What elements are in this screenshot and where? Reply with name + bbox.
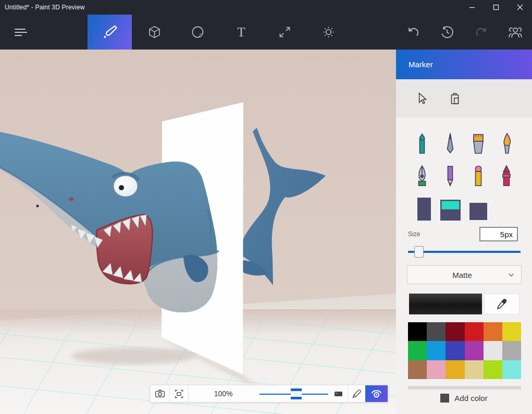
add-color-swatch-icon	[440, 394, 449, 403]
mixed-reality-button[interactable]	[348, 385, 366, 402]
select-tool-button[interactable]	[414, 91, 429, 106]
brush-crayon[interactable]	[492, 159, 521, 188]
history-clock-icon	[440, 25, 454, 40]
remix-3d-button[interactable]	[502, 15, 529, 50]
close-button[interactable]	[508, 0, 532, 15]
effects-tool-button[interactable]	[315, 15, 342, 50]
size-input[interactable]: 5px	[479, 227, 518, 241]
cursor-icon	[415, 92, 428, 105]
eyedropper-button[interactable]	[484, 294, 519, 314]
palette-swatch[interactable]	[484, 341, 502, 360]
brush-marker[interactable]	[408, 127, 436, 156]
finish-dropdown[interactable]: Matte	[407, 265, 522, 284]
redo-icon	[474, 25, 489, 40]
palette-swatch[interactable]	[427, 322, 446, 341]
menu-button[interactable]	[7, 15, 34, 50]
screenshot-button[interactable]	[151, 385, 169, 402]
undo-icon	[406, 25, 420, 40]
maximize-button[interactable]	[484, 0, 508, 15]
zoom-to-fit-button[interactable]	[170, 385, 188, 402]
app-window: Untitled* - Paint 3D Preview	[0, 0, 532, 414]
window-controls	[460, 0, 532, 15]
fit-frame-icon	[174, 388, 184, 399]
brush-eraser[interactable]	[464, 159, 492, 188]
size-slider[interactable]	[408, 246, 521, 258]
size-slider-track	[408, 251, 521, 253]
panel-toolbar	[396, 79, 532, 117]
palette-swatch[interactable]	[502, 322, 521, 341]
redo-button[interactable]	[468, 15, 495, 50]
2d-canvas-icon	[333, 389, 344, 398]
view-toolbar: 100%	[150, 385, 388, 403]
brush-pencil[interactable]	[436, 159, 464, 188]
brush-side-panel: Marker	[396, 50, 532, 414]
palette-swatch[interactable]	[465, 322, 484, 341]
canvas-viewport[interactable]: 100%	[0, 50, 396, 414]
maximize-icon	[493, 4, 499, 10]
size-value: 5px	[500, 230, 513, 239]
chevron-down-icon	[508, 271, 515, 278]
palette-swatch[interactable]	[465, 360, 484, 379]
paste-button[interactable]	[447, 91, 463, 106]
undo-button[interactable]	[400, 15, 427, 50]
people-icon	[508, 25, 523, 40]
size-label: Size	[408, 230, 420, 238]
history-button[interactable]	[434, 15, 461, 50]
palette-swatch[interactable]	[446, 360, 464, 379]
current-color-swatch[interactable]	[409, 294, 482, 314]
brush-pencil-icon	[351, 388, 362, 399]
panel-title: Marker	[409, 60, 433, 69]
brush-grid	[408, 127, 521, 221]
brushes-tool-button[interactable]	[88, 15, 132, 50]
3d-view-button[interactable]	[365, 385, 388, 402]
3d-view-eye-icon	[370, 387, 383, 400]
palette-swatch[interactable]	[484, 322, 502, 341]
3d-shapes-tool-button[interactable]	[141, 15, 168, 50]
stickers-tool-button[interactable]	[184, 15, 211, 50]
brush-pixel-pen[interactable]	[408, 159, 436, 188]
brush-oil-brush[interactable]	[464, 127, 492, 156]
add-color-button[interactable]: Add color	[396, 392, 532, 404]
palette-swatch[interactable]	[427, 360, 446, 379]
main-toolbar: T	[0, 15, 532, 50]
color-palette	[408, 322, 521, 379]
palette-swatch[interactable]	[408, 341, 427, 360]
finish-value: Matte	[407, 271, 508, 279]
2d-view-button[interactable]	[330, 385, 348, 402]
palette-scrollbar[interactable]	[408, 386, 521, 389]
brush-calligraphy-pen[interactable]	[436, 127, 464, 156]
text-tool-button[interactable]: T	[228, 15, 255, 50]
palette-swatch[interactable]	[408, 322, 427, 341]
palette-swatch[interactable]	[465, 341, 484, 360]
clipboard-paste-icon	[448, 92, 462, 105]
palette-swatch[interactable]	[408, 360, 427, 379]
window-title: Untitled* - Paint 3D Preview	[5, 4, 85, 11]
palette-swatch[interactable]	[446, 341, 464, 360]
minimize-icon	[469, 4, 475, 10]
eyedropper-icon	[496, 298, 508, 310]
add-color-label: Add color	[454, 394, 487, 403]
brush-texture[interactable]	[464, 191, 492, 221]
titlebar: Untitled* - Paint 3D Preview	[0, 0, 532, 15]
zoom-slider[interactable]	[258, 385, 330, 402]
panel-header: Marker	[396, 50, 532, 79]
brush-spray-can[interactable]	[408, 191, 436, 221]
minimize-button[interactable]	[460, 0, 484, 15]
palette-swatch[interactable]	[427, 341, 446, 360]
text-icon: T	[237, 26, 245, 39]
zoom-slider-thumb[interactable]	[291, 388, 302, 399]
brush-fill[interactable]	[436, 191, 464, 221]
sun-effects-icon	[321, 25, 336, 39]
color-row	[409, 294, 519, 314]
scene-3d-shark	[0, 50, 396, 414]
expand-canvas-icon	[278, 25, 292, 39]
camera-icon	[154, 388, 166, 399]
canvas-tool-button[interactable]	[271, 15, 298, 50]
brush-watercolor[interactable]	[492, 127, 521, 156]
palette-swatch[interactable]	[484, 360, 502, 379]
palette-swatch[interactable]	[502, 341, 521, 360]
brush-icon	[101, 23, 119, 41]
palette-swatch[interactable]	[446, 322, 464, 341]
size-slider-thumb[interactable]	[414, 246, 424, 258]
palette-swatch[interactable]	[502, 360, 521, 379]
